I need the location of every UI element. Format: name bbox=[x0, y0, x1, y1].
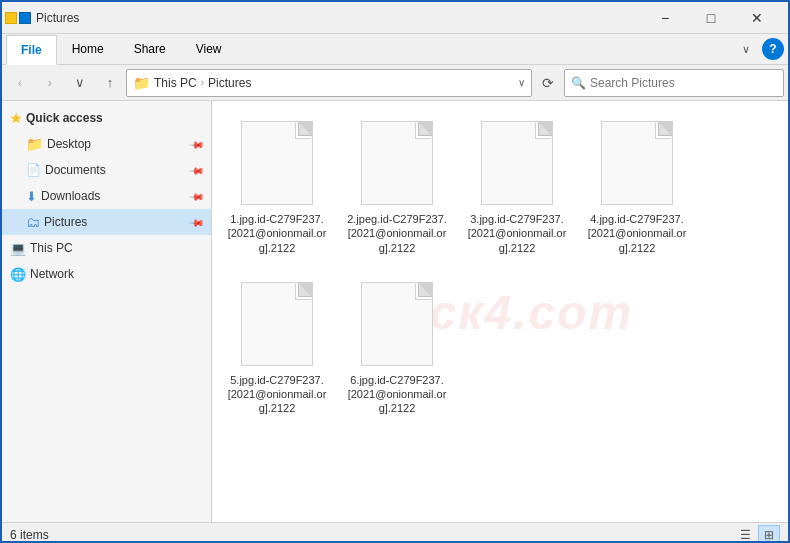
tab-share[interactable]: Share bbox=[119, 34, 181, 64]
tab-view[interactable]: View bbox=[181, 34, 237, 64]
file-page bbox=[241, 121, 313, 205]
sidebar-label-network: Network bbox=[30, 267, 203, 281]
network-icon: 🌐 bbox=[10, 267, 26, 282]
grid-view-button[interactable]: ⊞ bbox=[758, 525, 780, 544]
list-item[interactable]: 5.jpg.id-C279F237.[2021@onionmail.org].2… bbox=[222, 272, 332, 423]
file-icon bbox=[597, 118, 677, 208]
forward-button[interactable]: › bbox=[36, 69, 64, 97]
file-name: 3.jpg.id-C279F237.[2021@onionmail.org].2… bbox=[467, 212, 567, 255]
list-item[interactable]: 6.jpg.id-C279F237.[2021@onionmail.org].2… bbox=[342, 272, 452, 423]
folder-icon-pictures: 🗂 bbox=[26, 214, 40, 230]
file-icon bbox=[357, 118, 437, 208]
search-input[interactable] bbox=[590, 76, 777, 90]
address-this-pc[interactable]: This PC bbox=[154, 76, 197, 90]
address-bar[interactable]: 📁 This PC › Pictures ∨ bbox=[126, 69, 532, 97]
help-button[interactable]: ? bbox=[762, 38, 784, 60]
pin-icon-documents: 📌 bbox=[189, 162, 205, 178]
list-view-button[interactable]: ☰ bbox=[734, 525, 756, 544]
close-button[interactable]: ✕ bbox=[734, 2, 780, 34]
recent-locations-button[interactable]: ∨ bbox=[66, 69, 94, 97]
file-page bbox=[361, 121, 433, 205]
pin-icon-pictures: 📌 bbox=[189, 214, 205, 230]
file-name: 2.jpeg.id-C279F237.[2021@onionmail.org].… bbox=[347, 212, 447, 255]
sidebar-item-quick-access[interactable]: ★ Quick access bbox=[2, 105, 211, 131]
sidebar-label-pictures: Pictures bbox=[44, 215, 187, 229]
sidebar-label-this-pc: This PC bbox=[30, 241, 203, 255]
tab-file[interactable]: File bbox=[6, 35, 57, 65]
sidebar-item-documents[interactable]: 📄 Documents 📌 bbox=[2, 157, 211, 183]
file-name: 5.jpg.id-C279F237.[2021@onionmail.org].2… bbox=[227, 373, 327, 416]
list-item[interactable]: 1.jpg.id-C279F237.[2021@onionmail.org].2… bbox=[222, 111, 332, 262]
star-icon: ★ bbox=[10, 111, 22, 126]
file-page bbox=[241, 282, 313, 366]
sidebar-item-network[interactable]: 🌐 Network bbox=[2, 261, 211, 287]
pin-icon-downloads: 📌 bbox=[189, 188, 205, 204]
address-folder-icon: 📁 bbox=[133, 75, 150, 91]
sidebar-item-desktop[interactable]: 📁 Desktop 📌 bbox=[2, 131, 211, 157]
file-icon bbox=[237, 118, 317, 208]
window-controls: − □ ✕ bbox=[642, 2, 780, 34]
title-bar: Pictures − □ ✕ bbox=[2, 2, 788, 34]
file-icon bbox=[237, 279, 317, 369]
status-bar: 6 items ☰ ⊞ bbox=[2, 522, 788, 543]
navigation-bar: ‹ › ∨ ↑ 📁 This PC › Pictures ∨ ⟳ 🔍 bbox=[2, 65, 788, 101]
sidebar-label-desktop: Desktop bbox=[47, 137, 187, 151]
search-icon: 🔍 bbox=[571, 76, 586, 90]
main-content: ★ Quick access 📁 Desktop 📌 📄 Documents 📌… bbox=[2, 101, 788, 522]
file-corner bbox=[418, 122, 432, 136]
sidebar: ★ Quick access 📁 Desktop 📌 📄 Documents 📌… bbox=[2, 101, 212, 522]
docs-icon: 📄 bbox=[26, 163, 41, 177]
folder-icon bbox=[10, 10, 26, 26]
file-corner bbox=[538, 122, 552, 136]
file-name: 6.jpg.id-C279F237.[2021@onionmail.org].2… bbox=[347, 373, 447, 416]
ribbon-collapse-button[interactable]: ∨ bbox=[734, 37, 758, 61]
minimize-button[interactable]: − bbox=[642, 2, 688, 34]
list-item[interactable]: 3.jpg.id-C279F237.[2021@onionmail.org].2… bbox=[462, 111, 572, 262]
refresh-button[interactable]: ⟳ bbox=[534, 69, 562, 97]
search-bar[interactable]: 🔍 bbox=[564, 69, 784, 97]
address-dropdown-button[interactable]: ∨ bbox=[518, 77, 525, 88]
file-icon bbox=[477, 118, 557, 208]
file-page bbox=[601, 121, 673, 205]
folder-icon-desktop: 📁 bbox=[26, 136, 43, 152]
file-corner bbox=[658, 122, 672, 136]
window-title: Pictures bbox=[36, 11, 79, 25]
sidebar-item-pictures[interactable]: 🗂 Pictures 📌 bbox=[2, 209, 211, 235]
address-sep1: › bbox=[201, 77, 204, 88]
downloads-icon: ⬇ bbox=[26, 189, 37, 204]
ribbon-right: ∨ ? bbox=[734, 37, 784, 61]
tab-home[interactable]: Home bbox=[57, 34, 119, 64]
file-name: 4.jpg.id-C279F237.[2021@onionmail.org].2… bbox=[587, 212, 687, 255]
item-count: 6 items bbox=[10, 528, 49, 542]
toolbar-dot-yellow bbox=[5, 12, 17, 24]
file-name: 1.jpg.id-C279F237.[2021@onionmail.org].2… bbox=[227, 212, 327, 255]
maximize-button[interactable]: □ bbox=[688, 2, 734, 34]
file-corner bbox=[418, 283, 432, 297]
pin-icon-desktop: 📌 bbox=[189, 136, 205, 152]
pc-icon: 💻 bbox=[10, 241, 26, 256]
sidebar-item-downloads[interactable]: ⬇ Downloads 📌 bbox=[2, 183, 211, 209]
file-page bbox=[481, 121, 553, 205]
sidebar-label-documents: Documents bbox=[45, 163, 187, 177]
back-button[interactable]: ‹ bbox=[6, 69, 34, 97]
file-corner bbox=[298, 283, 312, 297]
view-toggle: ☰ ⊞ bbox=[734, 525, 780, 544]
file-icon bbox=[357, 279, 437, 369]
list-item[interactable]: 4.jpg.id-C279F237.[2021@onionmail.org].2… bbox=[582, 111, 692, 262]
ribbon: File Home Share View ∨ ? bbox=[2, 34, 788, 65]
up-button[interactable]: ↑ bbox=[96, 69, 124, 97]
title-bar-left: Pictures bbox=[10, 10, 79, 26]
ribbon-tabs: File Home Share View ∨ ? bbox=[2, 34, 788, 64]
file-corner bbox=[298, 122, 312, 136]
sidebar-item-this-pc[interactable]: 💻 This PC bbox=[2, 235, 211, 261]
file-grid: риск4.com 1.jpg.id-C279F237.[2021@onionm… bbox=[212, 101, 788, 522]
file-page bbox=[361, 282, 433, 366]
list-item[interactable]: 2.jpeg.id-C279F237.[2021@onionmail.org].… bbox=[342, 111, 452, 262]
sidebar-label-quick-access: Quick access bbox=[26, 111, 203, 125]
sidebar-label-downloads: Downloads bbox=[41, 189, 187, 203]
toolbar-dot-blue bbox=[19, 12, 31, 24]
address-pictures[interactable]: Pictures bbox=[208, 76, 251, 90]
